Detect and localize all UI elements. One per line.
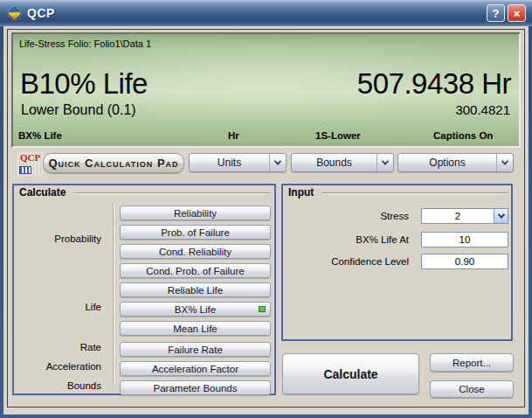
status-captions: Captions On: [433, 130, 493, 141]
result-main-row: B10% Life 507.9438 Hr: [20, 67, 511, 101]
units-dropdown[interactable]: Units: [189, 153, 287, 172]
metric-label: B10% Life: [20, 67, 148, 101]
group-label-probability: Probability: [14, 233, 101, 244]
report-button[interactable]: Report...: [430, 353, 514, 372]
group-label-life: Life: [14, 302, 101, 312]
app-icon: [7, 6, 22, 21]
results-display: Life-Stress Folio: Folio1\Data 1 B10% Li…: [11, 32, 521, 148]
bound-label: Lower Bound (0.1): [21, 102, 136, 118]
units-dropdown-label: Units: [190, 154, 269, 171]
selected-indicator-icon: [259, 306, 266, 312]
display-status-row: BX% Life Hr 1S-Lower Captions On: [17, 130, 515, 143]
help-button[interactable]: ?: [487, 4, 505, 22]
calculate-panel-title: Calculate: [19, 186, 69, 199]
calc-button-reliability[interactable]: Reliability: [120, 206, 271, 220]
calculate-button[interactable]: Calculate: [282, 353, 419, 394]
input-panel: Input Stress 2 BX% Life At Confidence Le…: [281, 184, 513, 341]
divider: [73, 192, 271, 194]
divider: [113, 203, 114, 385]
qcp-logo-icon: QCP: [16, 152, 44, 176]
group-label-bounds: Bounds: [14, 380, 101, 391]
qcp-window: QCP ? × Life-Stress Folio: Folio1\Data 1…: [0, 0, 532, 418]
calc-button-failure-rate[interactable]: Failure Rate: [120, 342, 271, 357]
client-area: Life-Stress Folio: Folio1\Data 1 B10% Li…: [3, 26, 529, 415]
chevron-down-icon: [377, 154, 393, 171]
options-dropdown[interactable]: Options: [397, 153, 514, 172]
data-source-label: Life-Stress Folio: Folio1\Data 1: [19, 38, 151, 49]
close-button[interactable]: ×: [508, 4, 526, 22]
content-frame: Life-Stress Folio: Folio1\Data 1 B10% Li…: [7, 29, 525, 408]
divider: [321, 192, 508, 194]
metric-value: 507.9438 Hr: [357, 67, 511, 101]
close-dialog-button[interactable]: Close: [430, 380, 514, 398]
input-panel-title: Input: [288, 186, 317, 199]
help-icon: ?: [493, 7, 500, 20]
titlebar: QCP ? ×: [0, 0, 532, 26]
calc-button-acceleration-factor[interactable]: Acceleration Factor: [120, 361, 271, 376]
bounds-dropdown-label: Bounds: [292, 154, 377, 171]
group-label-rate: Rate: [14, 342, 101, 352]
calc-button-cond-reliability[interactable]: Cond. Reliability: [120, 244, 271, 259]
calculate-panel: Calculate Probability Life Rate Accelera…: [12, 184, 276, 395]
qcp-logo-text: QCP: [20, 152, 40, 163]
status-bounds: 1S-Lower: [315, 130, 361, 141]
brand-label: Quick Calculation Pad: [43, 153, 184, 173]
status-metric: BX% Life: [18, 130, 62, 141]
stress-select-value: 2: [422, 209, 494, 223]
bx-life-at-input[interactable]: [421, 232, 508, 247]
calculator-grid-icon: [19, 166, 31, 174]
calc-button-prob-of-failure[interactable]: Prob. of Failure: [120, 225, 271, 240]
window-title: QCP: [27, 6, 55, 20]
chevron-down-icon: [496, 154, 513, 171]
status-units: Hr: [228, 130, 239, 141]
bounds-dropdown[interactable]: Bounds: [291, 153, 394, 172]
calc-button-cond-prob-of-failure[interactable]: Cond. Prob. of Failure: [120, 263, 271, 278]
toolbar: QCP Quick Calculation Pad Units Bounds O…: [10, 152, 522, 177]
calc-button-reliable-life[interactable]: Reliable Life: [120, 282, 271, 297]
bx-life-at-label: BX% Life At: [283, 234, 409, 245]
options-dropdown-label: Options: [398, 154, 496, 171]
stress-label: Stress: [283, 211, 409, 221]
bound-value: 300.4821: [455, 102, 510, 117]
group-label-acceleration: Acceleration: [14, 361, 101, 372]
close-icon: ×: [514, 7, 521, 20]
chevron-down-icon[interactable]: [494, 209, 508, 223]
result-bound-row: Lower Bound (0.1) 300.4821: [21, 102, 510, 118]
calc-button-parameter-bounds[interactable]: Parameter Bounds: [120, 380, 271, 395]
stress-select[interactable]: 2: [421, 208, 508, 224]
calc-button-bx-life[interactable]: BX% Life: [120, 302, 271, 317]
calc-button-mean-life[interactable]: Mean Life: [120, 321, 271, 336]
confidence-level-label: Confidence Level: [283, 256, 409, 267]
chevron-down-icon: [269, 154, 286, 171]
calc-button-bx-life-label: BX% Life: [175, 304, 216, 315]
confidence-level-input[interactable]: [421, 254, 508, 269]
